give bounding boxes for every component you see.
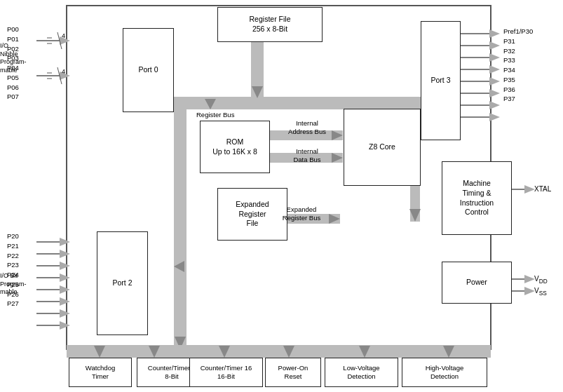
port3-box: Port 3 xyxy=(421,21,461,140)
port2-label: Port 2 xyxy=(112,278,132,288)
p20-label: P20 xyxy=(7,231,19,241)
lowvoltage-box: Low-VoltageDetection xyxy=(325,358,398,387)
svg-marker-29 xyxy=(443,346,454,358)
port-pins-p20-p27: P20 P21 P22 P23 P24 P25 P26 P27 xyxy=(7,231,19,309)
p35-label: P35 xyxy=(503,75,533,85)
machine-timing-box: MachineTiming &InstructionControl xyxy=(442,161,512,235)
p36-label: P36 xyxy=(503,85,533,95)
p21-label: P21 xyxy=(7,241,19,251)
highvoltage-label: High-VoltageDetection xyxy=(426,364,463,381)
port0-4-top: 4 xyxy=(62,32,65,41)
highvoltage-box: High-VoltageDetection xyxy=(402,358,487,387)
port0-4-bot: 4 xyxy=(62,68,65,76)
p07-label: P07 xyxy=(7,92,19,102)
io-nibble-label: I/O NibbleProgram-mable xyxy=(0,42,20,75)
diagram: Register File256 x 8-Bit Port 0 Port 3 R… xyxy=(0,0,563,392)
lowvoltage-label: Low-VoltageDetection xyxy=(343,364,379,381)
port3-label: Port 3 xyxy=(430,76,450,86)
rom-box: ROMUp to 16K x 8 xyxy=(200,121,270,173)
svg-marker-16 xyxy=(174,261,184,272)
counter16-label: Counter/Timer 1616-Bit xyxy=(201,364,252,381)
svg-marker-15 xyxy=(175,337,186,349)
p32-label: P32 xyxy=(503,46,533,56)
rom-label: ROMUp to 16K x 8 xyxy=(212,137,257,156)
p37-label: P37 xyxy=(503,94,533,104)
vdd-label: VDD xyxy=(534,274,548,285)
p33-label: P33 xyxy=(503,55,533,65)
z8core-label: Z8 Core xyxy=(369,142,395,152)
expanded-reg-label: ExpandedRegisterFile xyxy=(236,200,269,229)
vss-label: VSS xyxy=(534,286,547,297)
svg-marker-25 xyxy=(149,346,160,358)
p34-label: P34 xyxy=(503,65,533,75)
counter16-box: Counter/Timer 1616-Bit xyxy=(189,358,263,387)
svg-marker-28 xyxy=(359,346,370,358)
svg-marker-4 xyxy=(205,99,216,109)
svg-rect-14 xyxy=(174,97,186,349)
internal-data-bus-label: InternalData Bus xyxy=(276,147,339,165)
z8core-box: Z8 Core xyxy=(344,109,421,186)
port3-pins: Pref1/P30 P31 P32 P33 P34 P35 P36 P37 xyxy=(503,27,533,104)
io-bit-label: I/O BitProgram-mable xyxy=(0,272,21,297)
svg-marker-22 xyxy=(409,209,421,222)
register-file-label: Register File256 x 8-Bit xyxy=(250,15,291,34)
internal-address-bus-label: InternalAddress Bus xyxy=(276,119,339,137)
register-file-box: Register File256 x 8-Bit xyxy=(217,7,323,42)
power-box: Power xyxy=(442,262,512,304)
svg-marker-27 xyxy=(283,346,294,358)
xtal-label: XTAL xyxy=(534,184,551,194)
p00-label: P00 xyxy=(7,25,19,34)
register-bus-label: Register Bus xyxy=(196,111,234,119)
pref1-p30-label: Pref1/P30 xyxy=(503,27,533,36)
p23-label: P23 xyxy=(7,260,19,270)
port0-label: Port 0 xyxy=(138,65,158,75)
port2-box: Port 2 xyxy=(97,231,148,335)
poweron-box: Power-OnReset xyxy=(265,358,321,387)
svg-marker-7 xyxy=(252,86,263,98)
machine-timing-label: MachineTiming &InstructionControl xyxy=(460,179,494,217)
power-label: Power xyxy=(466,278,487,288)
svg-rect-23 xyxy=(67,345,491,358)
p27-label: P27 xyxy=(7,299,19,309)
expanded-register-bus-label: ExpandedRegister Bus xyxy=(266,205,337,223)
counter8-label: Counter/Timer 88-Bit xyxy=(148,364,196,381)
port0-box: Port 0 xyxy=(123,28,174,112)
svg-marker-24 xyxy=(94,346,105,358)
watchdog-box: WatchdogTimer xyxy=(69,358,132,387)
p06-label: P06 xyxy=(7,83,19,93)
p22-label: P22 xyxy=(7,251,19,261)
poweron-label: Power-OnReset xyxy=(278,364,308,381)
watchdog-label: WatchdogTimer xyxy=(86,364,115,381)
p31-label: P31 xyxy=(503,36,533,46)
svg-marker-26 xyxy=(219,346,230,358)
